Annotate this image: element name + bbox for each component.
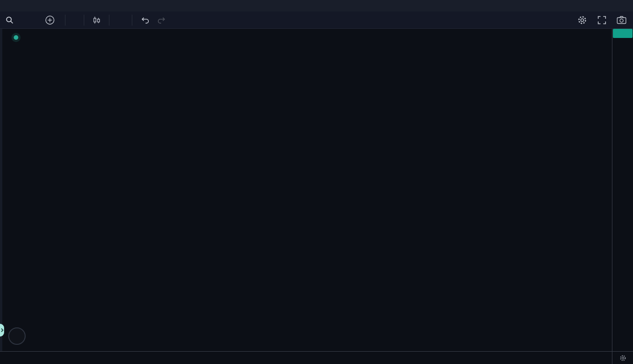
compare-add-symbol-button[interactable] [45, 15, 55, 25]
chart-region [0, 29, 633, 364]
toolbar-left-group [0, 11, 166, 28]
chart-settings-button[interactable] [577, 15, 587, 25]
undo-button[interactable] [141, 16, 150, 25]
time-axis[interactable] [0, 351, 612, 364]
candlestick-style-icon [92, 16, 101, 25]
chart-style-button[interactable] [92, 16, 101, 25]
main-toolbar [0, 11, 633, 29]
toolbar-divider [65, 15, 65, 26]
camera-icon [617, 16, 627, 25]
chart-legend [7, 35, 49, 40]
plus-circle-icon [45, 15, 55, 25]
fullscreen-button[interactable] [597, 16, 606, 25]
gear-icon [577, 15, 587, 25]
chevron-right-icon [0, 328, 4, 332]
redo-arrow-icon [157, 16, 166, 25]
redo-button[interactable] [157, 16, 166, 25]
market-status-dot[interactable] [14, 35, 18, 40]
toolbar-divider [109, 15, 109, 26]
toolbar-divider [132, 15, 132, 26]
chart-pane[interactable] [0, 29, 612, 351]
price-axis[interactable] [612, 29, 633, 351]
tradingview-app [0, 0, 633, 364]
undo-arrow-icon [141, 16, 150, 25]
search-icon [5, 16, 14, 24]
toolbar-divider [84, 15, 84, 26]
snapshot-camera-button[interactable] [617, 16, 627, 25]
left-toolbar-sliver [0, 29, 2, 351]
fullscreen-icon [597, 16, 606, 25]
symbol-search-button[interactable] [5, 16, 17, 24]
toolbar-right-group [577, 15, 633, 25]
candlestick-canvas[interactable] [0, 29, 612, 351]
axis-gear-icon [619, 354, 627, 362]
last-price-label [613, 29, 633, 38]
axis-settings-corner[interactable] [612, 351, 633, 364]
window-strip [0, 0, 633, 11]
tradingview-logo[interactable] [8, 327, 26, 345]
